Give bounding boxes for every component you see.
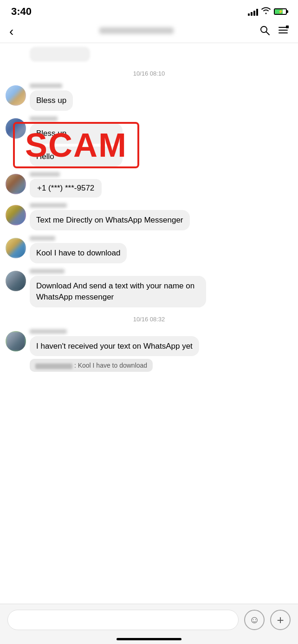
add-button[interactable]: + — [270, 610, 291, 630]
message-text: Kool I have to download — [36, 249, 120, 257]
prev-msg-blurred — [0, 43, 298, 64]
sender-name-blurred — [30, 269, 65, 274]
status-icons: ⚡ — [248, 7, 287, 17]
svg-rect-3 — [279, 30, 288, 31]
message-text: Bless up — [36, 96, 66, 105]
timestamp-2: 10/16 08:32 — [0, 316, 298, 323]
signal-icon — [248, 7, 258, 16]
nav-bar: ‹ — [0, 21, 298, 43]
quoted-message: : Kool I have to download — [30, 359, 153, 372]
message-content: Download And send a text with your name … — [30, 269, 292, 307]
contact-name-blurred — [99, 27, 174, 34]
sender-name-blurred — [30, 172, 60, 177]
avatar — [6, 205, 26, 225]
message-content: Kool I have to download — [30, 236, 292, 263]
status-time: 3:40 — [11, 6, 32, 18]
message-content: Text me Directly on WhatsApp Messenger — [30, 203, 292, 230]
message-row: Bless up Hello SCAM — [0, 115, 298, 169]
message-text: Download And send a text with your name … — [36, 281, 194, 301]
sender-name-blurred — [30, 116, 58, 121]
message-input[interactable] — [7, 610, 239, 630]
svg-rect-4 — [279, 32, 288, 33]
phone-number-bubble: +1 (***) ***-9572 — [30, 179, 102, 198]
message-content: Bless up — [30, 83, 292, 111]
battery-icon: ⚡ — [274, 8, 287, 15]
message-content: Bless up Hello SCAM — [30, 116, 292, 167]
svg-rect-5 — [286, 26, 289, 28]
svg-line-1 — [266, 32, 269, 35]
message-row: +1 (***) ***-9572 — [0, 170, 298, 199]
message-text: I haven't received your text on WhatsApp… — [36, 342, 193, 351]
message-bubble: I haven't received your text on WhatsApp… — [30, 336, 199, 357]
scam-overlay: SCAM — [13, 122, 139, 168]
message-row: Bless up — [0, 82, 298, 113]
avatar — [6, 174, 26, 194]
sender-name-blurred — [30, 83, 62, 88]
emoji-button[interactable]: ☺ — [244, 610, 265, 630]
message-bubble: Kool I have to download — [30, 243, 127, 263]
avatar — [6, 85, 26, 106]
avatar — [6, 271, 26, 291]
message-bubble: Download And send a text with your name … — [30, 276, 206, 307]
chat-area: 10/16 08:10 Bless up Bless up — [0, 43, 298, 599]
search-button[interactable] — [259, 25, 270, 38]
phone-number-text: +1 (***) ***-9572 — [37, 184, 94, 192]
sender-name-blurred — [30, 236, 55, 241]
quoted-text: : Kool I have to download — [74, 362, 147, 369]
message-row: Kool I have to download — [0, 234, 298, 265]
message-text: Text me Directly on WhatsApp Messenger — [36, 216, 183, 224]
avatar — [6, 238, 26, 258]
wifi-icon — [261, 7, 271, 17]
nav-title — [99, 27, 174, 36]
sender-name-blurred — [30, 203, 67, 208]
message-bubble: Bless up — [30, 90, 73, 111]
message-row: Text me Directly on WhatsApp Messenger — [0, 201, 298, 232]
back-button[interactable]: ‹ — [9, 24, 13, 39]
scam-message-wrapper: Bless up Hello SCAM — [30, 123, 123, 167]
message-content: +1 (***) ***-9572 — [30, 172, 292, 198]
message-row: I haven't received your text on WhatsApp… — [0, 327, 298, 374]
message-row: Download And send a text with your name … — [0, 267, 298, 309]
scam-label: SCAM — [25, 127, 127, 164]
menu-button[interactable] — [278, 25, 289, 38]
message-content: I haven't received your text on WhatsApp… — [30, 329, 292, 372]
timestamp-1: 10/16 08:10 — [0, 70, 298, 77]
quoted-sender-blurred — [35, 363, 72, 369]
nav-actions — [259, 25, 289, 38]
message-bubble: Text me Directly on WhatsApp Messenger — [30, 210, 190, 230]
home-indicator — [117, 638, 181, 640]
avatar — [6, 331, 26, 351]
sender-name-blurred — [30, 329, 67, 334]
status-bar: 3:40 ⚡ — [0, 0, 298, 21]
